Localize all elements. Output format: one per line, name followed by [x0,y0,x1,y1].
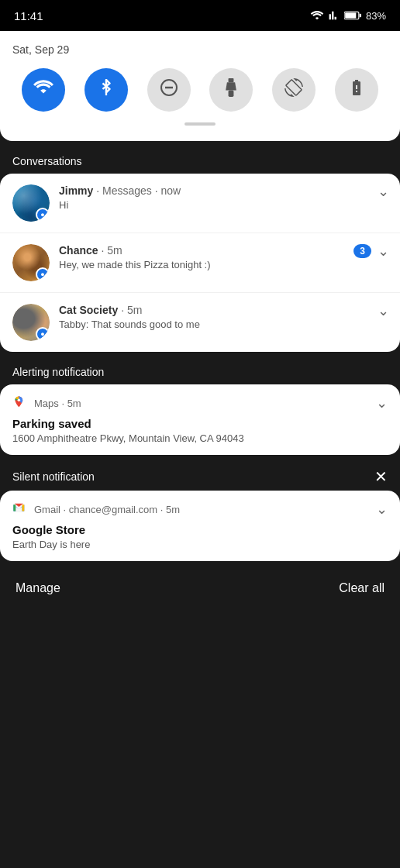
drag-handle [184,122,216,126]
gmail-body: Earth Day is here [12,539,388,550]
conversations-label: Conversations [0,147,400,174]
convo-meta-chance: · 5m [101,244,122,257]
convo-content-chance: Chance · 5m Hey, we made this Pizza toni… [59,244,388,270]
svg-rect-6 [229,78,234,82]
convo-name-cat: Cat Society [59,304,118,316]
convo-body-cat: Tabby: That sounds good to me [59,319,388,330]
svg-rect-10 [22,505,25,511]
convo-header-jimmy: Jimmy · Messages · now [59,184,388,197]
auto-rotate-toggle[interactable] [272,68,316,112]
status-icons: 83% [310,10,386,22]
flashlight-icon [223,78,239,102]
svg-point-8 [18,399,20,401]
convo-actions-cat: ⌄ [378,304,389,318]
flashlight-toggle[interactable] [209,68,253,112]
svg-rect-2 [345,12,356,18]
convo-header-cat: Cat Society · 5m [59,304,388,316]
convo-actions-jimmy: ⌄ [378,184,389,198]
dnd-icon [160,78,178,102]
alerting-app-name: Maps · 5m [34,398,376,409]
convo-content-cat: Cat Society · 5m Tabby: That sounds good… [59,304,388,330]
toggle-row [12,68,388,112]
expand-jimmy[interactable]: ⌄ [378,184,389,198]
alerting-notif[interactable]: Maps · 5m ⌄ Parking saved 1600 Amphithea… [0,384,400,455]
expand-alerting[interactable]: ⌄ [376,396,388,410]
clear-all-button[interactable]: Clear all [339,581,384,595]
convo-meta-jimmy: · Messages · now [96,184,181,197]
status-time: 11:41 [14,9,43,22]
close-silent-section[interactable]: ✕ [374,469,388,484]
date-label: Sat, Sep 29 [12,43,388,56]
wifi-status-icon [310,10,324,21]
status-bar: 11:41 83% [0,0,400,31]
convo-item-cat-society[interactable]: ● Cat Society · 5m Tabby: That sounds go… [0,293,400,352]
bottom-bar: Manage Clear all [0,567,400,609]
convo-name-jimmy: Jimmy [59,184,93,197]
gmail-app-row: Gmail · chance@gmail.com · 5m ⌄ [12,501,388,517]
alerting-card: Maps · 5m ⌄ Parking saved 1600 Amphithea… [0,384,400,455]
alerting-title: Parking saved [12,417,388,430]
expand-cat[interactable]: ⌄ [378,304,389,318]
messages-badge-chance: ● [36,267,50,281]
wifi-toggle[interactable] [22,68,65,112]
bluetooth-icon [99,79,113,101]
svg-rect-9 [13,505,16,511]
alerting-app-row: Maps · 5m ⌄ [12,395,388,411]
svg-rect-7 [229,90,234,97]
silent-section-header: Silent notification ✕ [0,461,400,491]
gmail-title: Google Store [12,523,388,536]
convo-content-jimmy: Jimmy · Messages · now Hi [59,184,388,211]
convo-meta-cat: · 5m [121,304,142,316]
battery-status-icon [344,11,361,20]
dnd-toggle[interactable] [147,68,191,112]
convo-item-chance[interactable]: ● Chance · 5m Hey, we made this Pizza to… [0,233,400,293]
convo-actions-chance: 3 ⌄ [353,244,389,258]
expand-chance[interactable]: ⌄ [378,244,389,258]
convo-name-chance: Chance [59,244,98,257]
svg-rect-1 [360,14,361,18]
convo-header-chance: Chance · 5m [59,244,388,257]
signal-status-icon [329,10,340,21]
convo-item-jimmy[interactable]: ● Jimmy · Messages · now Hi ⌄ [0,174,400,233]
messages-badge-jimmy: ● [36,208,50,222]
gmail-notif[interactable]: Gmail · chance@gmail.com · 5m ⌄ Google S… [0,491,400,561]
battery-saver-icon [347,78,366,102]
avatar-jimmy: ● [12,184,50,222]
battery-saver-toggle[interactable] [335,68,378,112]
manage-button[interactable]: Manage [16,581,60,595]
wifi-icon [33,79,53,101]
quick-settings-panel: Sat, Sep 29 [0,31,400,141]
auto-rotate-icon [284,78,303,102]
bluetooth-toggle[interactable] [84,68,128,112]
unread-badge-chance: 3 [353,244,371,258]
battery-pct: 83% [366,10,386,22]
silent-card: Gmail · chance@gmail.com · 5m ⌄ Google S… [0,491,400,561]
expand-gmail[interactable]: ⌄ [376,502,388,516]
avatar-chance: ● [12,244,50,281]
alerting-label: Alerting notification [0,358,400,384]
maps-icon [12,395,28,411]
conversations-card: ● Jimmy · Messages · now Hi ⌄ ● Chance ·… [0,174,400,352]
messages-badge-cat: ● [36,327,50,341]
silent-label: Silent notification [12,470,95,483]
alerting-body: 1600 Amphitheatre Pkwy, Mountain View, C… [12,432,388,444]
convo-body-chance: Hey, we made this Pizza tonight :) [59,259,388,270]
gmail-app-name: Gmail · chance@gmail.com · 5m [34,504,376,515]
gmail-icon [12,501,28,517]
convo-body-jimmy: Hi [59,199,388,211]
avatar-cat-society: ● [12,304,50,341]
